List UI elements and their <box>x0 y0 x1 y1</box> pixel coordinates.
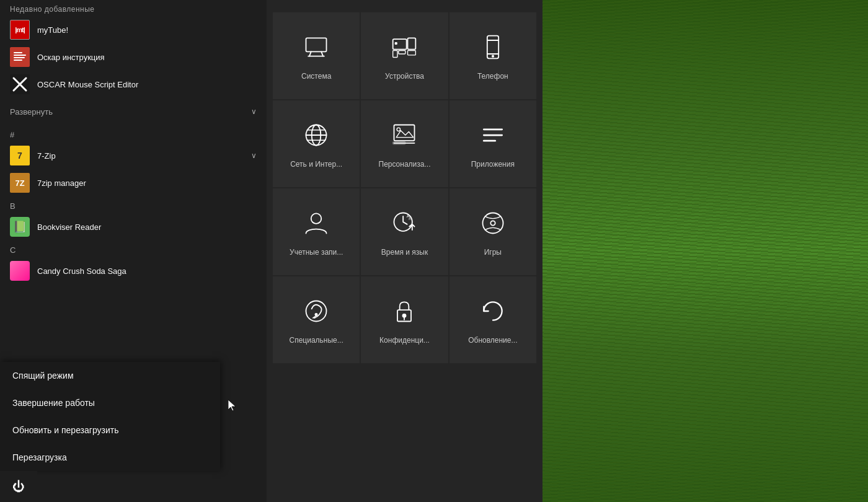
app-item-candy[interactable]: Candy Crush Soda Saga <box>0 257 267 284</box>
app-name-7zip-mgr: 7zip manager <box>37 178 257 188</box>
oscar-mouse-icon <box>10 74 30 94</box>
power-icon[interactable]: ⏻ <box>12 480 25 494</box>
settings-tile-set[interactable]: Сеть и Интер... <box>273 100 360 187</box>
app-item-oscar-mouse[interactable]: OSCAR Mouse Script Editor <box>0 71 267 98</box>
app-name-candy: Candy Crush Soda Saga <box>37 266 257 276</box>
settings-tile-vremya[interactable]: A ñ Время и язык <box>361 188 448 275</box>
konfidenc-icon <box>391 297 418 328</box>
7zip-arrow-icon: ∨ <box>251 151 257 160</box>
app-item-oscar-instr[interactable]: Оскар инструкция <box>0 43 267 71</box>
svg-point-34 <box>311 213 322 224</box>
svg-point-22 <box>492 55 494 57</box>
candy-icon <box>10 261 30 281</box>
alpha-section-hash: # <box>0 125 267 142</box>
settings-tile-ustroystva[interactable]: Устройства <box>361 12 448 99</box>
power-update-restart[interactable]: Обновить и перезагрузить <box>0 416 220 444</box>
vremya-label: Время и язык <box>381 248 428 258</box>
svg-rect-28 <box>394 125 415 141</box>
prilozheniya-icon <box>479 121 507 152</box>
power-shutdown[interactable]: Завершение работы <box>0 389 220 416</box>
start-menu: Недавно добавленные |mt| myTube! Оскар и… <box>0 0 542 502</box>
7zip-mgr-icon: 7Z <box>10 173 30 193</box>
svg-rect-17 <box>399 50 405 54</box>
app-item-7zip[interactable]: 7 7-Zip ∨ <box>0 142 267 169</box>
obnovlenie-label: Обновление... <box>468 336 517 346</box>
bookviser-icon: 📗 <box>10 217 30 237</box>
obnovlenie-icon <box>479 297 507 328</box>
uchetnye-icon <box>303 209 330 240</box>
app-item-7zip-mgr[interactable]: 7Z 7zip manager <box>0 169 267 196</box>
specialnye-label: Специальные... <box>290 336 343 346</box>
svg-rect-3 <box>14 57 25 58</box>
settings-tile-personalizaciya[interactable]: Персонализа... <box>361 100 448 187</box>
svg-rect-1 <box>14 52 22 53</box>
personalizaciya-label: Персонализа... <box>379 160 431 170</box>
oscar-instr-icon <box>10 47 30 67</box>
settings-tile-specialnye[interactable]: Специальные... <box>273 276 360 363</box>
settings-tile-uchetnye[interactable]: Учетные запи... <box>273 188 360 275</box>
svg-line-10 <box>309 51 311 56</box>
power-restart[interactable]: Перезагрузка <box>0 444 220 471</box>
telefon-label: Телефон <box>477 72 508 82</box>
settings-tile-konfidenc[interactable]: Конфиденци... <box>361 276 448 363</box>
svg-point-39 <box>490 221 495 225</box>
svg-point-30 <box>397 128 401 131</box>
svg-point-40 <box>306 301 327 321</box>
power-button-area: ⏻ <box>0 471 37 502</box>
settings-panel: Система Устройства <box>267 0 542 502</box>
alpha-section-b: B <box>0 196 267 213</box>
svg-rect-14 <box>408 38 416 49</box>
settings-tile-prilozheniya[interactable]: Приложения <box>450 100 536 187</box>
konfidenc-label: Конфиденци... <box>379 336 430 346</box>
set-label: Сеть и Интер... <box>290 160 342 170</box>
app-list-panel: Недавно добавленные |mt| myTube! Оскар и… <box>0 0 267 502</box>
svg-rect-15 <box>408 50 416 55</box>
settings-tile-telefon[interactable]: Телефон <box>450 12 536 99</box>
alpha-section-c: C <box>0 240 267 257</box>
specialnye-icon <box>303 297 330 328</box>
prilozheniya-label: Приложения <box>471 160 515 170</box>
app-item-bookviser[interactable]: 📗 Bookviser Reader <box>0 213 267 240</box>
7zip-icon: 7 <box>10 146 30 165</box>
sistema-icon <box>303 33 330 64</box>
app-name-mytube: myTube! <box>37 25 257 35</box>
app-item-mytube[interactable]: |mt| myTube! <box>0 16 267 43</box>
ustroystva-label: Устройства <box>385 72 424 82</box>
svg-rect-9 <box>306 38 327 51</box>
set-icon <box>303 121 330 152</box>
settings-grid: Система Устройства <box>273 12 536 363</box>
app-name-bookviser: Bookviser Reader <box>37 222 257 232</box>
power-sleep[interactable]: Спящий режим <box>0 362 220 389</box>
settings-tile-obnovlenie[interactable]: Обновление... <box>450 276 536 363</box>
grass-texture <box>539 0 868 502</box>
svg-rect-4 <box>14 59 22 61</box>
app-name-oscar-instr: Оскар инструкция <box>37 53 257 62</box>
svg-point-38 <box>482 213 503 233</box>
svg-rect-16 <box>393 50 397 57</box>
svg-rect-2 <box>14 55 26 56</box>
svg-text:ñ: ñ <box>409 217 411 221</box>
uchetnye-label: Учетные запи... <box>290 248 343 258</box>
app-name-7zip: 7-Zip <box>37 151 251 161</box>
mytube-icon: |mt| <box>10 20 30 40</box>
settings-tile-igry[interactable]: Игры <box>450 188 536 275</box>
vremya-icon: A ñ <box>391 209 418 240</box>
app-name-oscar-mouse: OSCAR Mouse Script Editor <box>37 80 257 89</box>
expand-chevron-icon: ∨ <box>251 107 257 116</box>
telefon-icon <box>479 33 507 64</box>
ustroystva-icon <box>391 33 418 64</box>
svg-rect-18 <box>396 42 397 44</box>
svg-line-11 <box>321 51 323 56</box>
expand-label: Развернуть <box>10 107 247 117</box>
igry-icon <box>479 209 507 240</box>
recently-added-label: Недавно добавленные <box>0 0 267 16</box>
settings-tile-sistema[interactable]: Система <box>273 12 360 99</box>
igry-label: Игры <box>484 248 502 258</box>
sistema-label: Система <box>301 72 331 82</box>
expand-button[interactable]: Развернуть ∨ <box>0 98 267 125</box>
power-menu: Спящий режим Завершение работы Обновить … <box>0 362 220 471</box>
personalizaciya-icon <box>391 121 418 152</box>
